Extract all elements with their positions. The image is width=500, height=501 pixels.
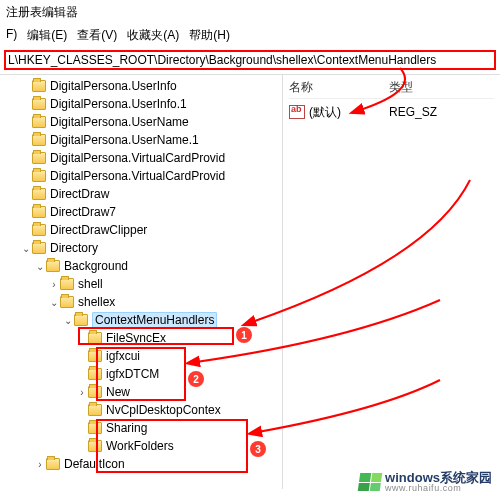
tree-item[interactable]: DigitalPersona.UserInfo [0,77,282,95]
list-row[interactable]: (默认) REG_SZ [289,103,494,121]
window-title: 注册表编辑器 [6,4,494,21]
watermark: windows系统家园 www.ruhaifu.com [359,471,492,493]
tree-item[interactable]: WorkFolders [0,437,282,455]
expand-icon[interactable]: ⌄ [34,261,46,272]
windows-logo-icon [358,473,383,491]
tree-item-label: NvCplDesktopContex [106,403,221,417]
menu-favorites[interactable]: 收藏夹(A) [127,27,179,44]
tree-item[interactable]: ⌄ContextMenuHandlers [0,311,282,329]
tree-item-label: igfxcui [106,349,140,363]
folder-icon [32,188,46,200]
tree-item-label: shell [78,277,103,291]
tree-item[interactable]: DirectDrawClipper [0,221,282,239]
folder-icon [74,314,88,326]
tree-item-label: Background [64,259,128,273]
tree-item-label: igfxDTCM [106,367,159,381]
tree-item[interactable]: igfxcui [0,347,282,365]
folder-icon [60,296,74,308]
folder-icon [32,152,46,164]
folder-icon [32,98,46,110]
folder-icon [88,404,102,416]
tree-item[interactable]: NvCplDesktopContex [0,401,282,419]
value-type: REG_SZ [389,105,494,119]
tree-item-label: WorkFolders [106,439,174,453]
menu-edit[interactable]: 编辑(E) [27,27,67,44]
tree-item[interactable]: DigitalPersona.VirtualCardProvid [0,149,282,167]
folder-icon [32,80,46,92]
tree-item-label: FileSyncEx [106,331,166,345]
menubar: F) 编辑(E) 查看(V) 收藏夹(A) 帮助(H) [6,25,494,48]
tree-item-label: DirectDrawClipper [50,223,147,237]
tree-item[interactable]: Sharing [0,419,282,437]
folder-icon [32,170,46,182]
tree-item[interactable]: DigitalPersona.UserName.1 [0,131,282,149]
expand-icon[interactable]: ⌄ [20,243,32,254]
expand-icon[interactable]: ⌄ [48,297,60,308]
folder-icon [32,242,46,254]
tree-item-label: ContextMenuHandlers [92,312,217,328]
value-name: (默认) [309,104,389,121]
tree-item-label: DigitalPersona.UserInfo.1 [50,97,187,111]
tree-item[interactable]: DirectDraw [0,185,282,203]
list-pane[interactable]: 名称 类型 (默认) REG_SZ [283,75,500,489]
tree-item-label: DirectDraw [50,187,109,201]
tree-item-label: DirectDraw7 [50,205,116,219]
expand-icon[interactable]: › [48,279,60,290]
menu-view[interactable]: 查看(V) [77,27,117,44]
col-header-name[interactable]: 名称 [289,79,389,96]
tree-item[interactable]: ⌄shellex [0,293,282,311]
tree-item-label: shellex [78,295,115,309]
folder-icon [88,422,102,434]
tree-item[interactable]: DigitalPersona.UserInfo.1 [0,95,282,113]
folder-icon [32,224,46,236]
tree-item-label: Sharing [106,421,147,435]
tree-item[interactable]: FileSyncEx [0,329,282,347]
folder-icon [88,368,102,380]
folder-icon [32,116,46,128]
tree-item-label: DigitalPersona.UserInfo [50,79,177,93]
tree-item-label: DefaultIcon [64,457,125,471]
tree-item[interactable]: ›DefaultIcon [0,455,282,473]
watermark-sub: www.ruhaifu.com [385,484,492,493]
tree-item-label: DigitalPersona.UserName.1 [50,133,199,147]
menu-help[interactable]: 帮助(H) [189,27,230,44]
expand-icon[interactable]: › [34,459,46,470]
tree-item-label: Directory [50,241,98,255]
folder-icon [88,332,102,344]
tree-item[interactable]: ›New [0,383,282,401]
folder-icon [88,440,102,452]
string-value-icon [289,105,305,119]
folder-icon [32,134,46,146]
tree-item[interactable]: DirectDraw7 [0,203,282,221]
folder-icon [32,206,46,218]
expand-icon[interactable]: › [76,387,88,398]
tree-item[interactable]: ⌄Directory [0,239,282,257]
folder-icon [46,260,60,272]
expand-icon[interactable]: ⌄ [62,315,74,326]
tree-item-label: DigitalPersona.VirtualCardProvid [50,151,225,165]
tree-item[interactable]: igfxDTCM [0,365,282,383]
tree-item[interactable]: DigitalPersona.VirtualCardProvid [0,167,282,185]
tree-item-label: DigitalPersona.UserName [50,115,189,129]
folder-icon [60,278,74,290]
menu-f[interactable]: F) [6,27,17,44]
folder-icon [88,350,102,362]
tree-item-label: New [106,385,130,399]
tree-item-label: DigitalPersona.VirtualCardProvid [50,169,225,183]
tree-item[interactable]: DigitalPersona.UserName [0,113,282,131]
col-header-type[interactable]: 类型 [389,79,494,96]
path-bar-highlight [4,50,496,70]
registry-path-input[interactable] [8,53,492,67]
tree-pane[interactable]: DigitalPersona.UserInfoDigitalPersona.Us… [0,75,283,489]
tree-item[interactable]: ›shell [0,275,282,293]
folder-icon [88,386,102,398]
folder-icon [46,458,60,470]
tree-item[interactable]: ⌄Background [0,257,282,275]
